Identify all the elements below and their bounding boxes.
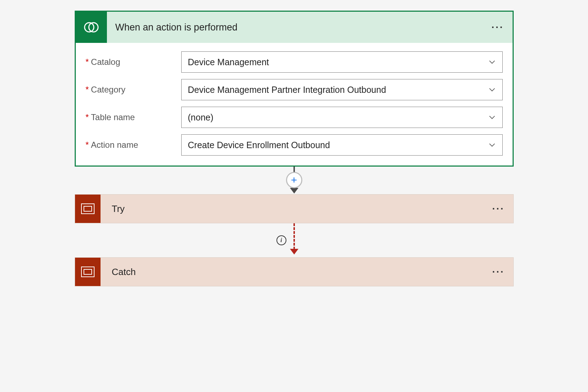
chevron-down-icon — [488, 113, 496, 121]
chevron-down-icon — [488, 58, 496, 66]
trigger-card: When an action is performed ··· *Catalog… — [75, 11, 514, 167]
connector-dashed-line — [293, 223, 295, 250]
svg-rect-5 — [84, 269, 92, 274]
arrow-down-icon — [290, 249, 298, 254]
try-step-card[interactable]: Try ··· — [75, 194, 514, 223]
svg-rect-2 — [81, 204, 94, 214]
add-step-button[interactable]: + — [286, 172, 302, 188]
connector-trigger-to-try: + — [75, 167, 514, 194]
run-after-info-button[interactable]: i — [276, 235, 286, 245]
actionname-dropdown[interactable]: Create Device Enrollment Outbound — [181, 134, 503, 156]
catalog-value: Device Management — [188, 57, 269, 67]
trigger-title: When an action is performed — [107, 22, 492, 33]
tablename-dropdown[interactable]: (none) — [181, 107, 503, 128]
catch-step-card[interactable]: Catch ··· — [75, 257, 514, 286]
catalog-dropdown[interactable]: Device Management — [181, 51, 503, 73]
svg-rect-3 — [84, 206, 92, 211]
catch-step-header[interactable]: Catch ··· — [75, 258, 513, 286]
category-dropdown[interactable]: Device Management Partner Integration Ou… — [181, 79, 503, 100]
trigger-card-header[interactable]: When an action is performed ··· — [76, 12, 513, 43]
dataverse-icon — [76, 12, 107, 43]
tablename-row: *Table name (none) — [86, 107, 503, 128]
connector-line — [293, 167, 295, 172]
actionname-label: *Action name — [86, 140, 181, 150]
trigger-card-body: *Catalog Device Management *Category Dev… — [76, 43, 513, 166]
category-row: *Category Device Management Partner Inte… — [86, 79, 503, 100]
catch-step-menu-button[interactable]: ··· — [492, 266, 513, 278]
scope-icon — [75, 195, 101, 223]
try-step-menu-button[interactable]: ··· — [492, 203, 513, 214]
category-value: Device Management Partner Integration Ou… — [188, 85, 386, 95]
actionname-row: *Action name Create Device Enrollment Ou… — [86, 134, 503, 156]
svg-rect-4 — [81, 267, 94, 277]
scope-icon — [75, 258, 101, 286]
catalog-row: *Catalog Device Management — [86, 51, 503, 73]
tablename-value: (none) — [188, 112, 213, 123]
catalog-label: *Catalog — [86, 57, 181, 67]
plus-icon: + — [291, 174, 297, 186]
category-label: *Category — [86, 85, 181, 95]
trigger-menu-button[interactable]: ··· — [491, 22, 512, 33]
info-icon: i — [280, 237, 282, 243]
try-step-title: Try — [101, 203, 492, 214]
try-step-header[interactable]: Try ··· — [75, 195, 513, 223]
actionname-value: Create Device Enrollment Outbound — [188, 140, 330, 150]
catch-step-title: Catch — [101, 267, 492, 278]
chevron-down-icon — [488, 141, 496, 149]
connector-try-to-catch: i — [75, 223, 514, 257]
arrow-down-icon — [290, 188, 298, 194]
chevron-down-icon — [488, 86, 496, 94]
tablename-label: *Table name — [86, 112, 181, 122]
